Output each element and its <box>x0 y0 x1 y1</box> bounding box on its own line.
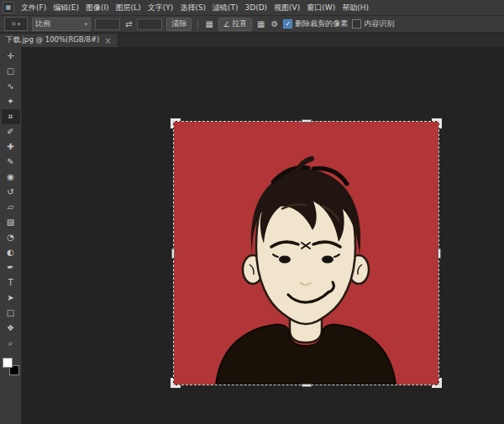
delete-cropped-pixels-label: 删除裁剪的像素 <box>295 18 348 29</box>
tool-quick-select[interactable]: ✦ <box>2 94 20 109</box>
crop-handle-top-right[interactable] <box>432 118 442 128</box>
clear-button[interactable]: 清除 <box>166 18 192 31</box>
crop-ratio-select[interactable]: 比例 ▾ <box>32 18 91 31</box>
tool-eyedropper[interactable]: ✐ <box>2 124 20 139</box>
crop-width-input[interactable] <box>95 18 120 30</box>
crop-tool-preset[interactable]: ⌗▾ <box>4 17 28 31</box>
crop-handle-right[interactable] <box>438 249 441 259</box>
tool-path-select[interactable]: ➤ <box>2 291 20 306</box>
menu-item-0[interactable]: 文件(F) <box>18 0 50 15</box>
menu-bar: ▣ 文件(F)编辑(E)图像(I)图层(L)文字(Y)选择(S)滤镜(T)3D(… <box>0 0 504 16</box>
document-tab[interactable]: 下载.jpg @ 100%(RGB/8#) × <box>0 34 118 47</box>
content-aware-option[interactable]: 内容识别 <box>352 18 394 29</box>
crop-height-input[interactable] <box>137 18 162 30</box>
straighten-button[interactable]: ∠ 拉直 <box>218 18 252 31</box>
crop-ratio-value: 比例 <box>35 18 50 29</box>
grid-overlay-icon[interactable]: ▦ <box>256 19 265 29</box>
tool-crop[interactable]: ⌗ <box>2 109 20 124</box>
close-tab-icon[interactable]: × <box>104 36 111 45</box>
content-aware-checkbox[interactable] <box>352 19 361 29</box>
options-bar: ⌗▾ 比例 ▾ ⇄ 清除 ▦ ∠ 拉直 ▦ ⚙ ✓ 删除裁剪的像素 内容识别 <box>0 16 504 33</box>
straighten-label: 拉直 <box>232 18 247 29</box>
crop-handle-top-left[interactable] <box>171 118 181 128</box>
menu-item-8[interactable]: 视图(V) <box>270 0 303 15</box>
tool-lasso[interactable]: ∿ <box>2 79 20 94</box>
crop-handle-top[interactable] <box>302 119 312 123</box>
menu-items: 文件(F)编辑(E)图像(I)图层(L)文字(Y)选择(S)滤镜(T)3D(D)… <box>18 0 372 15</box>
portrait-illustration <box>174 122 438 385</box>
color-swatches <box>3 358 19 376</box>
menu-item-7[interactable]: 3D(D) <box>241 0 270 15</box>
menu-item-10[interactable]: 帮助(H) <box>339 0 372 15</box>
menu-item-3[interactable]: 图层(L) <box>113 0 144 15</box>
options-divider <box>197 18 198 30</box>
tool-eraser[interactable]: ▱ <box>2 200 20 215</box>
tool-palette: ✛▢∿✦⌗✐✚✎◉↺▱▨◔◐✒T➤□❖⌕ <box>0 47 22 424</box>
crop-tool-icon: ⌗ <box>12 19 16 29</box>
tool-pen[interactable]: ✒ <box>2 260 20 275</box>
tool-type[interactable]: T <box>2 275 20 291</box>
delete-cropped-pixels-checkbox[interactable]: ✓ <box>283 19 292 29</box>
tool-blur[interactable]: ◔ <box>2 230 20 245</box>
tool-marquee[interactable]: ▢ <box>2 64 20 79</box>
content-aware-label: 内容识别 <box>364 18 394 29</box>
tab-bar: 下载.jpg @ 100%(RGB/8#) × <box>0 34 504 47</box>
document-tab-title: 下载.jpg @ 100%(RGB/8#) <box>6 35 99 45</box>
menu-item-2[interactable]: 图像(I) <box>82 0 113 15</box>
crop-handle-bottom[interactable] <box>302 384 312 387</box>
tool-gradient[interactable]: ▨ <box>2 215 20 230</box>
tool-list: ✛▢∿✦⌗✐✚✎◉↺▱▨◔◐✒T➤□❖⌕ <box>2 49 20 351</box>
crop-settings-gear-icon[interactable]: ⚙ <box>270 19 279 29</box>
canvas-area[interactable] <box>22 47 504 424</box>
tool-zoom[interactable]: ⌕ <box>2 336 20 351</box>
crop-handle-left[interactable] <box>171 249 175 259</box>
menu-item-6[interactable]: 滤镜(T) <box>209 0 242 15</box>
app-icon: ▣ <box>3 2 14 13</box>
tool-healing-brush[interactable]: ✚ <box>2 139 20 154</box>
menu-item-1[interactable]: 编辑(E) <box>50 0 82 15</box>
menu-item-9[interactable]: 窗口(W) <box>303 0 339 15</box>
tool-shape[interactable]: □ <box>2 306 20 321</box>
menu-item-5[interactable]: 选择(S) <box>176 0 209 15</box>
tool-history-brush[interactable]: ↺ <box>2 185 20 200</box>
straighten-icon: ∠ <box>223 20 230 29</box>
foreground-color-swatch[interactable] <box>3 358 13 368</box>
preset-dropdown-icon: ▾ <box>18 21 21 28</box>
document-image[interactable] <box>174 122 438 385</box>
delete-cropped-pixels-option[interactable]: ✓ 删除裁剪的像素 <box>283 18 348 29</box>
crop-handle-bottom-right[interactable] <box>432 378 442 388</box>
tool-move[interactable]: ✛ <box>2 49 20 64</box>
tool-dodge[interactable]: ◐ <box>2 245 20 260</box>
tool-hand[interactable]: ❖ <box>2 321 20 336</box>
swap-dimensions-icon[interactable]: ⇄ <box>124 19 133 29</box>
chevron-down-icon: ▾ <box>84 21 87 28</box>
crop-handle-bottom-left[interactable] <box>171 378 181 388</box>
overlay-options-icon[interactable]: ▦ <box>204 19 213 29</box>
menu-item-4[interactable]: 文字(Y) <box>144 0 177 15</box>
tool-brush[interactable]: ✎ <box>2 154 20 170</box>
tool-clone-stamp[interactable]: ◉ <box>2 170 20 185</box>
